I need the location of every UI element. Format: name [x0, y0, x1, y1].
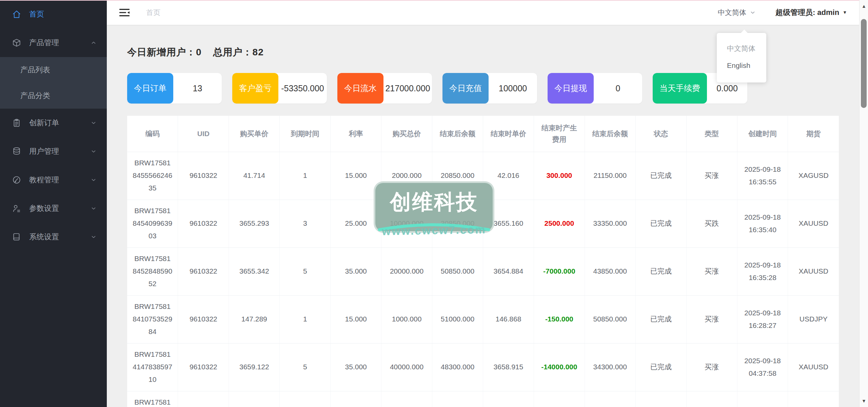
chevron-down-icon	[750, 10, 756, 16]
stat-card-label: 客户盈亏	[232, 73, 278, 104]
table-row: BRW17581845409963903 9610322 3655.293 3 …	[127, 200, 839, 247]
home-icon	[12, 10, 21, 19]
cell-end-price: 3655.160	[483, 200, 534, 247]
cell-end-price: 3658.661	[483, 391, 534, 407]
edit-circle-icon	[12, 175, 21, 184]
table-row: BRW17581414783859710 9610322 3659.122 5 …	[127, 343, 839, 391]
cell-buy-total: 1000.000	[381, 295, 432, 343]
cell-code: BRW17581841075352984	[127, 295, 178, 343]
cell-uid: 9610322	[178, 247, 229, 295]
column-header: 类型	[686, 116, 737, 152]
clipboard-icon	[12, 118, 21, 127]
cell-buy-total: 2000.000	[381, 152, 432, 200]
cell-buy-price: 3658.945	[229, 391, 280, 407]
column-header: 结束后余额	[432, 116, 483, 152]
cell-created: 2025-09-18 16:28:27	[737, 295, 788, 343]
cell-symbol: XAGUSD	[788, 152, 839, 200]
total-users-value: 82	[253, 47, 264, 57]
admin-menu[interactable]: 超级管理员: admin ▼	[775, 7, 847, 18]
admin-label: 超级管理员: admin	[775, 7, 839, 18]
cell-status: 已完成	[635, 200, 686, 247]
chevron-down-icon	[91, 234, 97, 240]
column-header: 结束后余额	[585, 116, 635, 152]
column-header: 编码	[127, 116, 178, 152]
cell-symbol: USDJPY	[788, 295, 839, 343]
cell-expire: 5	[280, 247, 331, 295]
cell-status: 已完成	[635, 295, 686, 343]
sidebar-item-tutorial-mgmt[interactable]: 教程管理	[0, 166, 107, 194]
cell-buy-price: 41.714	[229, 152, 280, 200]
cell-uid: 9610322	[178, 391, 229, 407]
cell-code: BRW17581845409963903	[127, 200, 178, 247]
cell-code: BRW1758141463447142	[127, 391, 178, 407]
cell-buy-price: 147.289	[229, 295, 280, 343]
cell-end-fee: 2500.000	[534, 200, 585, 247]
stat-card-label: 当天手续费	[653, 73, 707, 104]
cell-balance-end: 34300.000	[585, 343, 635, 391]
sidebar-item-label: 首页	[29, 9, 44, 19]
sidebar-item-param-settings[interactable]: 参数设置	[0, 194, 107, 223]
sidebar-item-user-mgmt[interactable]: 用户管理	[0, 137, 107, 166]
cell-created: 2025-09-18 16:35:28	[737, 247, 788, 295]
cell-end-fee: -150.000	[534, 295, 585, 343]
sidebar-item-label: 创新订单	[29, 118, 59, 128]
sidebar-item-orders[interactable]: 创新订单	[0, 109, 107, 137]
sidebar-item-product-category[interactable]: 产品分类	[0, 83, 107, 109]
cell-end-price: 3654.884	[483, 247, 534, 295]
column-header: 结束时单价	[483, 116, 534, 152]
scrollbar-up-arrow[interactable]: ▲	[860, 1, 868, 11]
cell-type: 买涨	[686, 247, 737, 295]
cell-balance-after: 51000.000	[432, 295, 483, 343]
sidebar-item-label: 参数设置	[29, 203, 59, 214]
cell-code: BRW17581845284859052	[127, 247, 178, 295]
table-row: BRW17581841075352984 9610322 147.289 1 1…	[127, 295, 839, 343]
sidebar-item-home[interactable]: 首页	[0, 0, 107, 29]
sidebar-item-label: 用户管理	[29, 146, 59, 156]
language-option-chinese[interactable]: 中文简体	[717, 40, 766, 57]
scrollbar-down-arrow[interactable]: ▼	[860, 396, 868, 406]
collapse-sidebar-icon[interactable]	[119, 7, 133, 18]
breadcrumb[interactable]: 首页	[146, 8, 160, 17]
column-header: 结束时产生费用	[534, 116, 585, 152]
sidebar-item-label: 产品管理	[29, 38, 59, 48]
topbar: 首页 中文简体 超级管理员: admin ▼	[107, 0, 859, 25]
cell-balance-end: 33350.000	[585, 200, 635, 247]
cell-uid: 9610322	[178, 295, 229, 343]
cell-code: BRW17581845556624635	[127, 152, 178, 200]
chevron-down-icon	[91, 205, 97, 211]
caret-down-icon: ▼	[843, 10, 847, 15]
cell-status: 已完成	[635, 152, 686, 200]
cell-type: 买涨	[686, 152, 737, 200]
language-option-english[interactable]: English	[717, 57, 766, 74]
cell-end-fee: -14000.000	[534, 343, 585, 391]
cell-expire: 1	[280, 295, 331, 343]
orders-table: 编码 UID 购买单价 到期时间 利率 购买总价 结束后余额 结束时单价 结束时…	[127, 116, 839, 407]
sidebar-item-label: 教程管理	[29, 175, 59, 185]
cell-end-fee: -7000.000	[534, 247, 585, 295]
cell-balance-end: 50850.000	[585, 295, 635, 343]
sidebar-item-product-list[interactable]: 产品列表	[0, 57, 107, 83]
column-header: 期货	[788, 116, 839, 152]
book-icon	[12, 233, 21, 241]
cell-buy-price: 3655.293	[229, 200, 280, 247]
cell-buy-price: 3659.122	[229, 343, 280, 391]
table-row: BRW17581845556624635 9610322 41.714 1 15…	[127, 152, 839, 200]
cell-buy-total: 40000.000	[381, 343, 432, 391]
cell-uid: 9610322	[178, 152, 229, 200]
sidebar-item-product-mgmt[interactable]: 产品管理	[0, 29, 107, 57]
sidebar-item-system-settings[interactable]: 系统设置	[0, 223, 107, 251]
cell-rate: 15.000	[331, 152, 381, 200]
language-selector[interactable]: 中文简体	[718, 8, 756, 17]
cell-buy-price: 3655.342	[229, 247, 280, 295]
scrollbar-thumb[interactable]	[861, 19, 867, 108]
top-accent-strip	[0, 0, 868, 1]
chevron-up-icon	[91, 40, 97, 46]
cell-type: 买涨	[686, 343, 737, 391]
cell-balance-end: 21150.000	[585, 152, 635, 200]
cell-uid: 9610322	[178, 343, 229, 391]
cell-end-price: 42.016	[483, 152, 534, 200]
stat-card-today-deposit: 今日充值 100000	[442, 73, 537, 104]
new-users-label: 今日新增用户：	[127, 47, 196, 57]
cell-rate: 25.000	[331, 200, 381, 247]
stat-card-value: -53350.000	[278, 73, 327, 104]
